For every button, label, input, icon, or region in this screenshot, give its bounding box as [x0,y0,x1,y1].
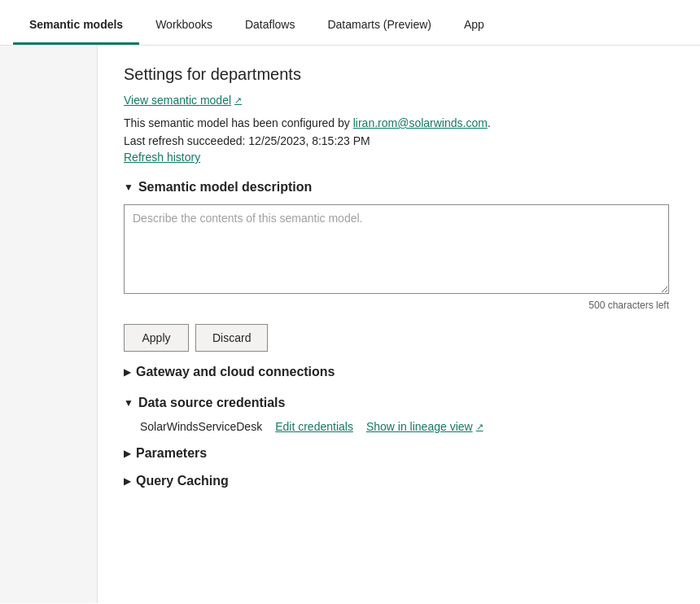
parameters-chevron-icon: ▶ [124,448,131,459]
description-textarea[interactable] [124,204,669,294]
top-navigation: Semantic models Workbooks Dataflows Data… [0,0,700,46]
page-title: Settings for departments [124,65,674,84]
view-semantic-model-link[interactable]: View semantic model ↗ [124,94,242,107]
query-caching-section-title: Query Caching [136,474,229,488]
query-caching-chevron-icon: ▶ [124,475,131,487]
main-content: Settings for departments View semantic m… [98,46,700,603]
edit-credentials-link[interactable]: Edit credentials [275,420,353,433]
credentials-row: SolarWindsServiceDesk Edit credentials S… [140,420,674,433]
configured-by-text: This semantic model has been configured … [124,116,674,129]
main-layout: Settings for departments View semantic m… [0,46,700,603]
configured-by-email-link[interactable]: liran.rom@solarwinds.com [353,116,488,129]
view-semantic-model-label: View semantic model [124,94,231,107]
gateway-chevron-icon: ▶ [124,366,131,378]
description-section-title: Semantic model description [138,180,312,195]
last-refresh-text: Last refresh succeeded: 12/25/2023, 8:15… [124,134,674,147]
description-section-header[interactable]: ▼ Semantic model description [124,180,674,195]
external-link-icon: ↗ [234,95,242,106]
show-lineage-label: Show in lineage view [366,420,473,433]
gateway-section-header[interactable]: ▶ Gateway and cloud connections [124,365,674,379]
credentials-section-title: Data source credentials [138,396,286,410]
source-name-label: SolarWindsServiceDesk [140,420,262,433]
tab-workbooks[interactable]: Workbooks [139,5,229,45]
description-actions: Apply Discard [124,324,674,352]
tab-datamarts[interactable]: Datamarts (Preview) [311,5,448,45]
description-chevron-icon: ▼ [124,182,133,193]
refresh-history-link[interactable]: Refresh history [124,151,200,164]
tab-app[interactable]: App [448,5,501,45]
parameters-section-title: Parameters [136,446,207,461]
sidebar [0,46,98,603]
char-count-label: 500 characters left [124,300,669,311]
discard-button[interactable]: Discard [195,324,268,352]
tab-semantic-models[interactable]: Semantic models [13,5,139,45]
lineage-external-icon: ↗ [476,422,483,432]
show-lineage-link[interactable]: Show in lineage view ↗ [366,420,483,433]
query-caching-section-header[interactable]: ▶ Query Caching [124,474,674,488]
gateway-section-title: Gateway and cloud connections [136,365,335,379]
tab-dataflows[interactable]: Dataflows [229,5,311,45]
credentials-chevron-icon: ▼ [124,397,133,409]
parameters-section-header[interactable]: ▶ Parameters [124,446,674,461]
credentials-section-header[interactable]: ▼ Data source credentials [124,396,674,410]
apply-button[interactable]: Apply [124,324,189,352]
